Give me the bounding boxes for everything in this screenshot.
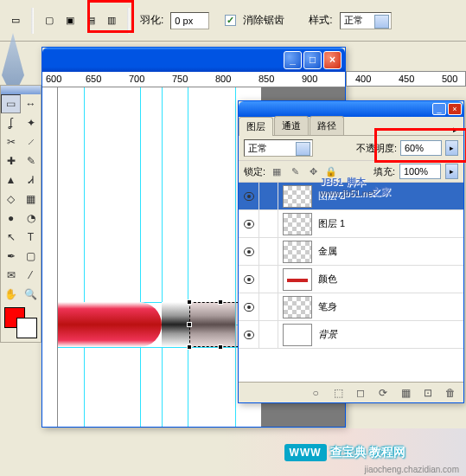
layer-row[interactable]: 金属 bbox=[239, 238, 463, 266]
visibility-toggle[interactable] bbox=[239, 183, 259, 209]
tool-type[interactable]: T bbox=[21, 228, 41, 247]
tab-paths[interactable]: 路径 bbox=[310, 116, 344, 135]
tool-slice[interactable]: ⟋ bbox=[21, 132, 41, 151]
layer-name-label[interactable]: 背景 bbox=[316, 328, 463, 341]
transform-handle[interactable] bbox=[187, 299, 192, 305]
fill-input[interactable]: 100% bbox=[399, 164, 441, 179]
transform-handle[interactable] bbox=[187, 322, 192, 327]
layer-name-label[interactable]: 图层 1 bbox=[316, 217, 463, 230]
link-column[interactable] bbox=[259, 321, 278, 348]
mask-button[interactable]: ◻ bbox=[353, 385, 368, 401]
layer-thumbnail[interactable] bbox=[283, 241, 312, 263]
link-column[interactable] bbox=[259, 238, 278, 265]
tool-eraser[interactable]: ◇ bbox=[1, 190, 21, 209]
visibility-toggle[interactable] bbox=[239, 238, 259, 265]
layer-row[interactable]: 笔身 bbox=[239, 293, 463, 321]
palette-grip[interactable] bbox=[1, 86, 41, 94]
tool-path[interactable]: ↖ bbox=[1, 228, 21, 247]
selection-add-icon[interactable]: ▣ bbox=[61, 12, 79, 29]
tool-hand[interactable]: ✋ bbox=[1, 285, 21, 304]
minimize-button[interactable]: _ bbox=[284, 51, 302, 69]
lock-all-icon[interactable]: 🔒 bbox=[324, 164, 338, 178]
guide[interactable] bbox=[188, 87, 188, 427]
tool-marquee[interactable]: ▭ bbox=[1, 94, 21, 113]
layer-row[interactable]: 图层 2 bbox=[239, 183, 463, 210]
layer-thumbnail[interactable] bbox=[283, 324, 312, 346]
layer-name-label[interactable]: 图层 2 bbox=[316, 190, 463, 203]
guide[interactable] bbox=[162, 87, 163, 427]
blend-mode-dropdown[interactable]: 正常 bbox=[244, 139, 313, 157]
tab-layers[interactable]: 图层 bbox=[239, 117, 273, 136]
antialias-checkbox[interactable]: ✓ bbox=[225, 15, 236, 26]
guide[interactable] bbox=[84, 87, 85, 427]
layer-thumbnail[interactable] bbox=[283, 185, 312, 208]
background-color[interactable] bbox=[16, 318, 37, 338]
tool-lasso[interactable]: ʆ bbox=[1, 113, 21, 132]
tool-crop[interactable]: ✂ bbox=[1, 132, 21, 151]
new-layer-button[interactable]: ⊡ bbox=[420, 385, 436, 401]
visibility-toggle[interactable] bbox=[239, 210, 259, 237]
layer-thumbnail[interactable] bbox=[283, 296, 312, 318]
group-button[interactable]: ▦ bbox=[398, 385, 413, 401]
layer-thumbnail[interactable] bbox=[283, 213, 312, 235]
transform-handle[interactable] bbox=[187, 344, 192, 350]
visibility-toggle[interactable] bbox=[239, 321, 259, 348]
tool-wand[interactable]: ✦ bbox=[21, 113, 41, 132]
tool-stamp[interactable]: ▲ bbox=[1, 170, 21, 190]
delete-button[interactable]: 🗑 bbox=[443, 385, 458, 401]
link-column[interactable] bbox=[259, 293, 278, 320]
tool-preset-icon[interactable]: ▭ bbox=[7, 12, 24, 29]
visibility-toggle[interactable] bbox=[239, 293, 259, 320]
fill-slider-button[interactable]: ▸ bbox=[445, 164, 458, 179]
tool-brush[interactable]: ✎ bbox=[21, 151, 41, 170]
tool-move[interactable]: ↔ bbox=[21, 94, 41, 113]
transform-handle[interactable] bbox=[218, 299, 223, 305]
layer-name-label[interactable]: 颜色 bbox=[316, 273, 463, 286]
tool-eyedrop[interactable]: ⁄ bbox=[21, 266, 41, 285]
link-column[interactable] bbox=[259, 183, 278, 209]
tab-channels[interactable]: 通道 bbox=[274, 116, 309, 135]
lock-pixels-icon[interactable]: ✎ bbox=[288, 164, 302, 178]
transform-handle[interactable] bbox=[218, 344, 223, 350]
link-button[interactable]: ○ bbox=[308, 385, 323, 401]
visibility-toggle[interactable] bbox=[239, 266, 259, 293]
link-column[interactable] bbox=[259, 210, 278, 237]
lock-label: 锁定: bbox=[244, 165, 265, 178]
adjustment-button[interactable]: ⟳ bbox=[375, 385, 391, 401]
color-swatches bbox=[4, 307, 37, 338]
bottom-watermark: WWW 查宝典 教程网 jiaocheng.chazidian.com bbox=[224, 428, 466, 476]
layer-thumbnail[interactable] bbox=[283, 268, 312, 291]
link-column[interactable] bbox=[259, 266, 278, 293]
layer-row[interactable]: 颜色 bbox=[239, 266, 463, 293]
style-dropdown[interactable]: 正常 bbox=[340, 12, 392, 29]
layer-row[interactable]: 图层 1 bbox=[239, 210, 463, 238]
panel-titlebar[interactable]: _ × bbox=[239, 101, 463, 117]
feather-input[interactable] bbox=[170, 12, 209, 29]
tool-pen[interactable]: ✒ bbox=[1, 247, 21, 266]
lock-position-icon[interactable]: ✥ bbox=[306, 164, 320, 178]
canvas[interactable] bbox=[58, 87, 261, 427]
layer-row[interactable]: 背景 bbox=[239, 321, 463, 349]
maximize-button[interactable]: □ bbox=[303, 51, 322, 69]
tool-zoom[interactable]: 🔍 bbox=[21, 285, 41, 304]
tool-gradient[interactable]: ▦ bbox=[21, 190, 41, 209]
guide[interactable] bbox=[235, 87, 236, 427]
tools-palette: ▭↔ʆ✦✂⟋✚✎▲Ꮧ◇▦●◔↖T✒▢✉⁄✋🔍 bbox=[0, 85, 41, 343]
fx-button[interactable]: ⬚ bbox=[330, 385, 346, 401]
panel-close-button[interactable]: × bbox=[448, 103, 462, 115]
tool-dodge[interactable]: ◔ bbox=[21, 209, 41, 228]
eye-icon bbox=[244, 303, 254, 312]
layer-name-label[interactable]: 笔身 bbox=[316, 300, 463, 313]
tool-history[interactable]: Ꮧ bbox=[21, 170, 41, 190]
layer-name-label[interactable]: 金属 bbox=[316, 245, 463, 258]
tool-notes[interactable]: ✉ bbox=[1, 266, 21, 285]
tool-blur[interactable]: ● bbox=[1, 209, 21, 228]
tool-shape[interactable]: ▢ bbox=[21, 247, 41, 266]
selection-new-icon[interactable]: ▢ bbox=[41, 12, 58, 29]
lock-transparency-icon[interactable]: ▦ bbox=[270, 164, 284, 178]
close-button[interactable]: × bbox=[323, 51, 342, 69]
guide[interactable] bbox=[140, 87, 141, 427]
panel-minimize-button[interactable]: _ bbox=[432, 103, 446, 115]
guide[interactable] bbox=[58, 347, 261, 348]
tool-heal[interactable]: ✚ bbox=[1, 151, 21, 170]
